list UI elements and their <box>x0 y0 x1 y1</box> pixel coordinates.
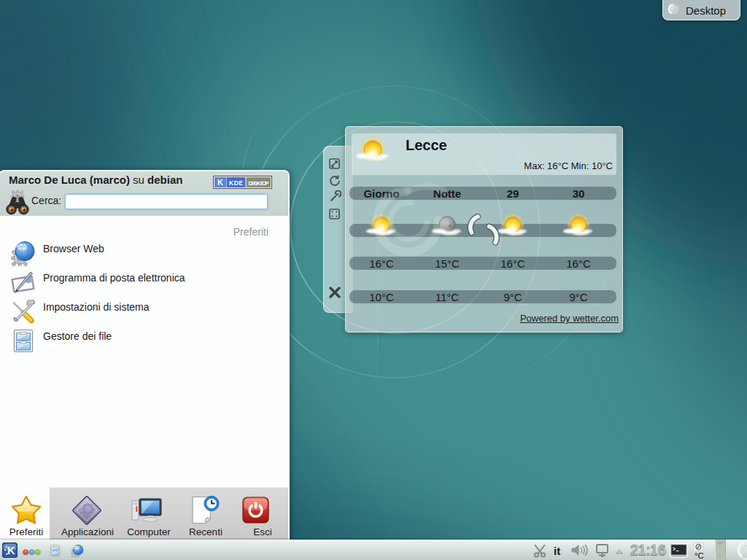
svg-text:°C: °C <box>694 551 704 560</box>
svg-text:K: K <box>217 178 223 187</box>
svg-text:KDE: KDE <box>229 179 243 187</box>
svg-text:DESKTOP: DESKTOP <box>249 180 270 187</box>
svg-text:K: K <box>7 545 15 556</box>
